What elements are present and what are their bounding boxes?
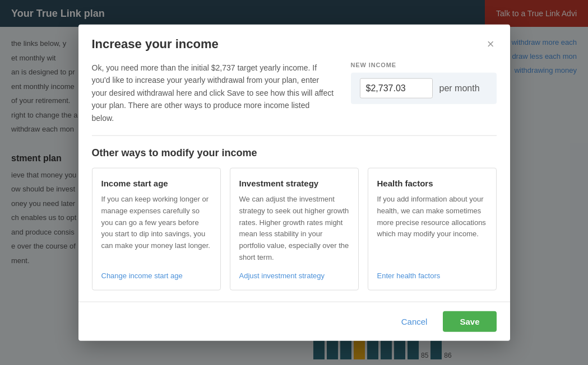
card-1-body: If you can keep working longer or manage…: [101, 194, 211, 264]
adjust-investment-strategy-link[interactable]: Adjust investment strategy: [239, 271, 349, 279]
per-month-label: per month: [439, 83, 480, 93]
modal-description: Ok, you need more than the initial $2,73…: [92, 62, 334, 124]
modal-close-button[interactable]: ×: [485, 36, 497, 53]
card-2-title: Investment strategy: [239, 179, 349, 188]
card-1-title: Income start age: [101, 179, 211, 188]
modal-header: Increase your income ×: [78, 25, 510, 62]
income-input-field[interactable]: [360, 78, 433, 99]
income-widget: NEW INCOME per month: [351, 62, 497, 104]
card-health-factors: Health factors If you add information ab…: [368, 168, 497, 291]
cancel-button[interactable]: Cancel: [392, 312, 437, 330]
card-3-body: If you add information about your health…: [377, 194, 487, 264]
cards-row: Income start age If you can keep working…: [92, 168, 497, 291]
new-income-label: NEW INCOME: [351, 62, 397, 68]
modal-footer: Cancel Save: [78, 301, 510, 340]
modal-body: Ok, you need more than the initial $2,73…: [78, 62, 510, 302]
enter-health-factors-link[interactable]: Enter health factors: [377, 271, 487, 279]
modal-top-section: Ok, you need more than the initial $2,73…: [92, 62, 497, 136]
card-investment-strategy: Investment strategy We can adjust the in…: [230, 168, 359, 291]
other-ways-section: Other ways to modify your income Income …: [92, 136, 497, 291]
card-2-body: We can adjust the investment strategy to…: [239, 194, 349, 264]
card-3-title: Health factors: [377, 179, 487, 188]
card-income-start-age: Income start age If you can keep working…: [92, 168, 221, 291]
modal-title: Increase your income: [92, 37, 219, 52]
modal-dialog: Increase your income × Ok, you need more…: [78, 25, 510, 341]
other-ways-title: Other ways to modify your income: [92, 147, 497, 159]
income-input-row: per month: [351, 73, 497, 104]
save-button[interactable]: Save: [443, 311, 496, 331]
change-income-start-age-link[interactable]: Change income start age: [101, 271, 211, 279]
